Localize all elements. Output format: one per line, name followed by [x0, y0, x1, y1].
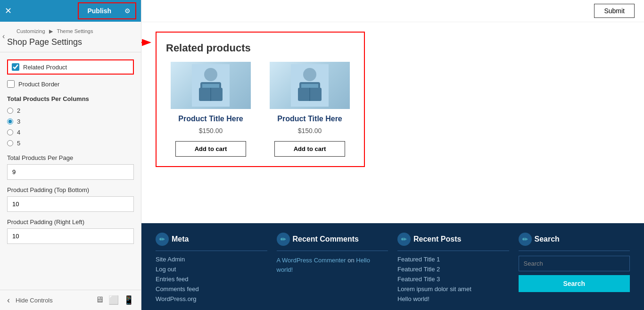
column-2-radio[interactable]	[7, 108, 13, 114]
device-icons: 🖥 ⬜ 📱	[95, 295, 134, 305]
comments-divider	[277, 251, 388, 251]
mobile-icon[interactable]: 📱	[124, 295, 134, 305]
svg-rect-6	[199, 88, 205, 101]
column-3-radio[interactable]	[7, 118, 13, 125]
column-4-radio[interactable]	[7, 129, 13, 135]
padding-right-left-input[interactable]	[7, 228, 134, 244]
footer-col-comments: ✏ Recent Comments A WordPress Commenter …	[277, 233, 388, 305]
total-per-page-group: Total Products Per Page	[7, 154, 134, 180]
footer-col-posts: ✏ Recent Posts Featured Title 1 Featured…	[397, 233, 509, 305]
columns-section-label: Total Products Per Columns	[7, 95, 134, 102]
svg-rect-4	[202, 84, 219, 88]
footer-site-admin[interactable]: Site Admin	[156, 256, 267, 263]
footer-log-out[interactable]: Log out	[156, 266, 267, 273]
publish-button[interactable]: Publish	[80, 4, 119, 17]
footer-post-3[interactable]: Featured Title 3	[397, 276, 509, 283]
footer-comments-header: ✏ Recent Comments	[277, 233, 388, 246]
footer-post-5[interactable]: Hello world!	[397, 295, 509, 302]
total-per-page-label: Total Products Per Page	[7, 154, 134, 161]
footer-entries-feed[interactable]: Entries feed	[156, 276, 267, 283]
posts-divider	[397, 251, 509, 251]
footer-search-button[interactable]: Search	[519, 275, 630, 292]
related-products-box: Related products	[156, 32, 365, 167]
product-price-2: $150.00	[298, 127, 322, 134]
related-product-label: Related Product	[23, 64, 67, 71]
posts-title: Recent Posts	[413, 235, 461, 243]
meta-title: Meta	[172, 235, 189, 243]
padding-top-bottom-label: Product Padding (Top Bottom)	[7, 186, 134, 193]
product-name-2: Product Title Here	[277, 115, 342, 123]
footer-comments-feed[interactable]: Comments feed	[156, 285, 267, 293]
footer-col-meta: ✏ Meta Site Admin Log out Entries feed C…	[156, 233, 267, 305]
search-divider	[519, 251, 630, 251]
svg-point-2	[204, 68, 217, 81]
products-grid: Product Title Here $150.00 Add to cart	[166, 62, 355, 157]
footer-col-search: ✏ Search Search	[519, 233, 630, 305]
svg-point-9	[303, 68, 316, 81]
close-button[interactable]: ✕	[5, 7, 12, 15]
column-3-label: 3	[17, 118, 20, 125]
column-5-label: 5	[17, 140, 20, 147]
main-content: Submit Related products	[141, 0, 644, 310]
footer-post-1[interactable]: Featured Title 1	[397, 256, 509, 263]
desktop-icon[interactable]: 🖥	[95, 295, 104, 305]
product-border-checkbox-row[interactable]: Product Border	[7, 80, 134, 88]
comments-icon: ✏	[277, 233, 290, 246]
svg-rect-11	[301, 84, 318, 88]
column-4-row[interactable]: 4	[7, 129, 134, 136]
footer-search-input[interactable]	[519, 256, 630, 271]
product-card-2: Product Title Here $150.00 Add to cart	[265, 62, 355, 157]
column-5-radio[interactable]	[7, 140, 13, 146]
related-products-title: Related products	[166, 42, 355, 54]
product-border-label: Product Border	[18, 81, 59, 88]
posts-icon: ✏	[397, 233, 411, 246]
product-image-2	[270, 62, 350, 109]
padding-right-left-label: Product Padding (Right Left)	[7, 218, 134, 226]
top-bar: ✕ Publish ⚙	[0, 0, 141, 22]
comment-text: A WordPress Commenter on Hello world!	[277, 256, 388, 274]
comments-title: Recent Comments	[293, 235, 359, 243]
footer-wordpress-org[interactable]: WordPress.org	[156, 295, 267, 302]
footer-posts-header: ✏ Recent Posts	[397, 233, 509, 246]
back-button[interactable]: ‹	[2, 32, 5, 41]
tablet-icon[interactable]: ⬜	[108, 295, 119, 305]
footer-grid: ✏ Meta Site Admin Log out Entries feed C…	[156, 233, 630, 305]
product-price-1: $150.00	[199, 127, 223, 134]
column-3-row[interactable]: 3	[7, 118, 134, 125]
footer-post-2[interactable]: Featured Title 2	[397, 266, 509, 273]
related-product-checkbox-row[interactable]: Related Product	[7, 59, 134, 75]
padding-right-left-group: Product Padding (Right Left)	[7, 218, 134, 244]
hide-controls-label[interactable]: Hide Controls	[16, 297, 53, 304]
gear-button[interactable]: ⚙	[121, 4, 134, 17]
padding-top-bottom-group: Product Padding (Top Bottom)	[7, 186, 134, 212]
meta-icon: ✏	[156, 233, 169, 246]
columns-radio-group: 2 3 4 5	[7, 107, 134, 147]
add-to-cart-button-1[interactable]: Add to cart	[175, 141, 246, 157]
breadcrumb-part1: Customizing	[17, 28, 45, 34]
column-2-row[interactable]: 2	[7, 107, 134, 114]
submit-bar: Submit	[141, 0, 644, 22]
breadcrumb-area: ‹ Customizing ▶ Theme Settings Shop Page…	[0, 22, 141, 52]
column-2-label: 2	[17, 107, 20, 114]
footer-meta-header: ✏ Meta	[156, 233, 267, 246]
add-to-cart-button-2[interactable]: Add to cart	[274, 141, 345, 157]
total-per-page-input[interactable]	[7, 164, 134, 180]
footer-post-4[interactable]: Lorem ipsum dolor sit amet	[397, 285, 509, 293]
search-col-icon: ✏	[519, 233, 532, 246]
padding-top-bottom-input[interactable]	[7, 196, 134, 212]
submit-button[interactable]: Submit	[594, 4, 635, 18]
bottom-bar: ‹ Hide Controls 🖥 ⬜ 📱	[0, 290, 141, 310]
product-section: Related products	[141, 22, 644, 223]
hide-controls-arrow[interactable]: ‹	[7, 295, 10, 305]
arrow-indicator	[141, 35, 152, 51]
footer-section: ✏ Meta Site Admin Log out Entries feed C…	[141, 223, 644, 310]
footer-search-header: ✏ Search	[519, 233, 630, 246]
product-border-checkbox[interactable]	[7, 80, 15, 88]
svg-rect-13	[298, 88, 304, 101]
left-panel: ✕ Publish ⚙ ‹ Customizing ▶ Theme Settin…	[0, 0, 141, 310]
publish-area: Publish ⚙	[78, 2, 136, 19]
column-5-row[interactable]: 5	[7, 140, 134, 147]
comment-author[interactable]: A WordPress Commenter	[277, 257, 346, 264]
breadcrumb-separator: ▶	[49, 28, 53, 34]
related-product-checkbox[interactable]	[12, 63, 19, 71]
